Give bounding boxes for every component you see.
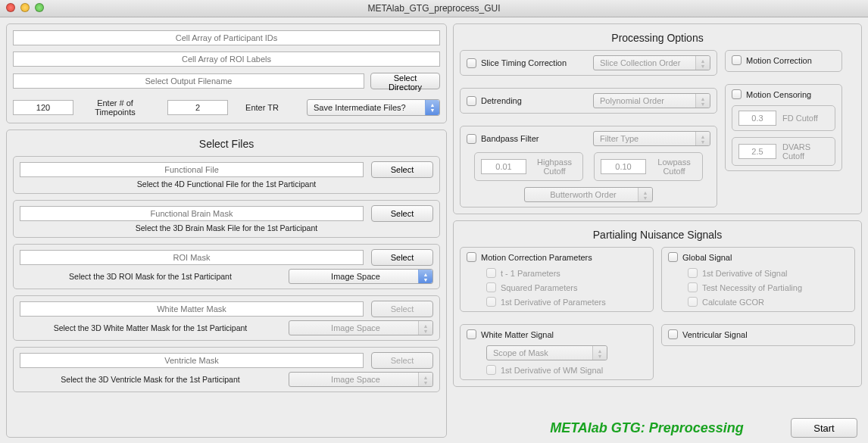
partialing-title: Partialing Nuisance Signals [460, 229, 855, 241]
first-deriv-wm-checkbox: 1st Derivative of WM Signal [486, 365, 647, 375]
chevron-updown-icon: ▲▼ [698, 95, 707, 108]
dvars-label: DVARS Cutoff [782, 142, 829, 161]
slice-timing-checkbox[interactable]: Slice Timing Correction [467, 58, 567, 68]
chevron-updown-icon: ▲▼ [421, 271, 430, 283]
save-intermediate-select[interactable]: Save Intermediate Files? ▲▼ [307, 99, 440, 116]
functional-select-button[interactable]: Select [371, 161, 433, 178]
brain-mask-block: Select Select the 3D Brain Mask File for… [13, 200, 440, 238]
chevron-updown-icon: ▲▼ [595, 348, 604, 360]
filter-type-select: Filter Type ▲▼ [593, 131, 710, 146]
ventricular-signal-block: Ventricular Signal [661, 324, 855, 346]
processing-options-panel: Processing Options Slice Timing Correcti… [453, 23, 862, 214]
lowpass-label: Lowpass Cutoff [652, 158, 696, 176]
fd-input [738, 111, 776, 126]
functional-file-block: Select Select the 4D Functional File for… [13, 156, 440, 194]
ventricle-mask-input [20, 353, 364, 368]
roi-mask-select-button[interactable]: Select [371, 249, 433, 266]
window-minimize-icon[interactable] [20, 3, 30, 12]
functional-file-input[interactable] [20, 162, 364, 177]
functional-file-desc: Select the 4D Functional File for the 1s… [20, 179, 433, 189]
ventricle-mask-desc: Select the 3D Ventricle Mask for the 1st… [20, 375, 281, 384]
chevron-updown-icon: ▲▼ [428, 101, 437, 114]
select-files-panel: Select Files Select Select the 4D Functi… [6, 129, 447, 438]
first-deriv-signal-checkbox: 1st Derivative of Signal [688, 268, 848, 278]
poly-order-select: Polynomial Order ▲▼ [593, 93, 710, 108]
brain-mask-select-button[interactable]: Select [371, 205, 433, 222]
output-filename-input[interactable] [13, 73, 364, 89]
roi-space-select[interactable]: Image Space ▲▼ [289, 269, 433, 284]
wm-signal-block: White Matter Signal Scope of Mask ▲▼ 1st… [460, 324, 654, 380]
motion-censoring-checkbox[interactable]: Motion Censoring [732, 89, 835, 99]
wm-mask-input [20, 301, 364, 317]
motion-params-checkbox[interactable]: Motion Correction Parameters [467, 252, 592, 262]
bandpass-block: Bandpass Filter Filter Type ▲▼ Highpass … [460, 126, 717, 207]
test-necessity-checkbox: Test Necessity of Partialing [688, 282, 848, 292]
participant-ids-input[interactable] [13, 30, 440, 45]
chevron-updown-icon: ▲▼ [698, 133, 707, 145]
chevron-updown-icon: ▲▼ [698, 58, 707, 70]
partialing-panel: Partialing Nuisance Signals Motion Corre… [453, 220, 862, 387]
window-zoom-icon[interactable] [35, 3, 44, 12]
scope-select: Scope of Mask ▲▼ [486, 345, 607, 360]
chevron-updown-icon: ▲▼ [421, 374, 430, 386]
window-close-icon[interactable] [6, 3, 15, 12]
gcor-checkbox: Calculate GCOR [688, 297, 848, 307]
ventricle-mask-select-button: Select [371, 352, 433, 369]
wm-mask-select-button: Select [371, 301, 433, 317]
motion-params-block: Motion Correction Parameters t - 1 Param… [460, 247, 654, 312]
roi-mask-block: Select Select the 3D ROI Mask for the 1s… [13, 244, 440, 289]
squared-params-checkbox: Squared Parameters [486, 282, 647, 292]
motion-correction-checkbox[interactable]: Motion Correction [732, 55, 812, 65]
ventricle-space-select: Image Space ▲▼ [289, 372, 433, 387]
highpass-label: Highpass Cutoff [532, 158, 576, 176]
setup-panel: Select Directory Enter # of Timepoints E… [6, 23, 447, 123]
ventricular-signal-checkbox[interactable]: Ventricular Signal [668, 329, 748, 339]
tr-input[interactable] [167, 100, 228, 115]
wm-mask-block: Select Select the 3D White Matter Mask f… [13, 295, 440, 341]
window-title: METAlab_GTG_preprocess_GUI [367, 3, 500, 14]
tr-label: Enter TR [236, 103, 289, 112]
processing-title: Processing Options [460, 32, 855, 44]
ventricle-mask-block: Select Select the 3D Ventricle Mask for … [13, 347, 440, 392]
wm-space-select: Image Space ▲▼ [289, 320, 433, 335]
roi-mask-desc: Select the 3D ROI Mask for the 1st Parti… [20, 272, 281, 281]
lowpass-input [601, 159, 646, 174]
start-button[interactable]: Start [791, 418, 857, 438]
t1-params-checkbox: t - 1 Parameters [486, 268, 647, 278]
timepoints-input[interactable] [13, 100, 73, 115]
roi-mask-input[interactable] [20, 250, 364, 265]
detrending-checkbox[interactable]: Detrending [467, 96, 522, 106]
wm-signal-checkbox[interactable]: White Matter Signal [467, 329, 554, 339]
butterworth-select: Butterworth Order ▲▼ [524, 187, 653, 202]
wm-mask-desc: Select the 3D White Matter Mask for the … [20, 323, 281, 332]
highpass-input [481, 159, 526, 174]
dvars-input [738, 144, 776, 159]
first-deriv-params-checkbox: 1st Derivative of Parameters [486, 297, 647, 307]
fd-label: FD Cutoff [782, 114, 818, 123]
select-directory-button[interactable]: Select Directory [370, 73, 440, 89]
timepoints-label: Enter # of Timepoints [81, 98, 149, 117]
brain-mask-input[interactable] [20, 206, 364, 221]
roi-labels-input[interactable] [13, 51, 440, 67]
global-signal-block: Global Signal 1st Derivative of Signal T… [661, 247, 855, 312]
brain-mask-desc: Select the 3D Brain Mask File for the 1s… [20, 223, 433, 232]
bandpass-checkbox[interactable]: Bandpass Filter [467, 134, 539, 144]
global-signal-checkbox[interactable]: Global Signal [668, 252, 732, 262]
slice-order-select: Slice Collection Order ▲▼ [593, 55, 710, 70]
brand-label: METAlab GTG: Preprocessing [550, 420, 744, 435]
chevron-updown-icon: ▲▼ [421, 323, 430, 335]
select-files-title: Select Files [13, 138, 440, 150]
chevron-updown-icon: ▲▼ [641, 189, 650, 201]
